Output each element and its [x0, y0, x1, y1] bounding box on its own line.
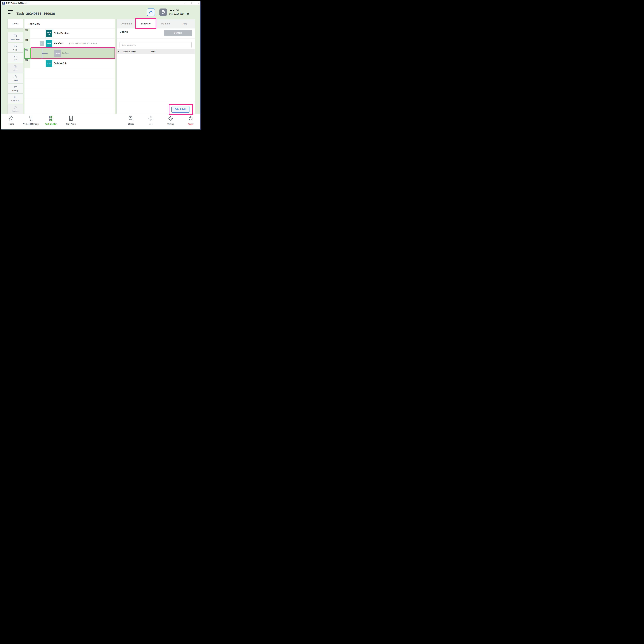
- tool-label: Multi-Select: [11, 38, 20, 40]
- row-label: EndMainSub: [54, 58, 66, 68]
- tool-row-down[interactable]: Row Down: [8, 94, 23, 104]
- edit-add-button[interactable]: Edit & Add: [171, 106, 189, 113]
- row-number: 002: [24, 48, 30, 58]
- paste-icon: [14, 65, 17, 69]
- nav-label: Status: [128, 123, 134, 125]
- app-window: D DART-Platform GV02110200 ✕ Task_202405…: [1, 1, 201, 130]
- tool-suppress: Suppress: [8, 104, 23, 114]
- nav-label: Setting: [167, 123, 174, 125]
- tab-variable[interactable]: Variable: [156, 19, 175, 28]
- column-value: Value: [150, 50, 155, 53]
- servo-timestamp: 2024.05.13 4:12:34 PM: [169, 13, 189, 15]
- tree-line-branch: [42, 53, 48, 54]
- tab-property[interactable]: Property: [136, 19, 156, 28]
- status-icon: [128, 115, 134, 122]
- multi-select-icon: [14, 34, 17, 38]
- row-label: Define: [62, 48, 69, 58]
- task-writer-icon: [68, 115, 74, 122]
- power-icon: [188, 115, 194, 122]
- nav-label: Task Writer: [66, 123, 76, 125]
- tab-command[interactable]: Command: [117, 19, 136, 28]
- property-panel: Command Property Variable Play Define Co…: [117, 19, 195, 114]
- tool-cut[interactable]: Cut: [8, 53, 23, 63]
- nav-workcell-manager[interactable]: Workcell Manager: [21, 115, 41, 125]
- tool-copy[interactable]: Copy: [8, 43, 23, 52]
- cut-icon: [14, 55, 17, 58]
- maximize-icon[interactable]: [191, 2, 193, 4]
- variable-table-header: # Variable Name Value: [117, 49, 195, 54]
- right-panel-tabs: Command Property Variable Play: [117, 19, 195, 28]
- nav-task-writer[interactable]: Task Writer: [61, 115, 81, 125]
- task-list-panel: Task List 000 Global Var. GlobalVariable…: [24, 19, 115, 114]
- nav-label: Home: [9, 123, 14, 125]
- tool-label: Paste: [13, 69, 17, 71]
- empty-task-row: [24, 78, 115, 88]
- app-logo-icon: D: [2, 2, 5, 5]
- tool-multi-select[interactable]: Multi-Select: [8, 32, 23, 42]
- tool-label: Copy: [13, 49, 17, 51]
- start-badge: Start: [46, 40, 52, 47]
- title-bar: D DART-Platform GV02110200 ✕: [1, 1, 200, 5]
- window-title: DART-Platform GV02110200: [6, 2, 27, 4]
- task-row-mainsub[interactable]: 001 Start MainSub ( Task Vel. 250.000, A…: [24, 39, 115, 49]
- home-icon: [8, 115, 14, 122]
- menu-hamburger-icon[interactable]: [8, 10, 13, 14]
- nav-task-builder[interactable]: Task Builder: [41, 115, 61, 125]
- divider: [117, 102, 195, 102]
- hand-gesture-icon: [160, 9, 166, 15]
- suppress-icon: [14, 106, 17, 110]
- row-up-icon: [14, 86, 17, 89]
- tools-title: Tools: [8, 19, 23, 28]
- delete-icon: [14, 75, 17, 79]
- tool-label: Row Up: [12, 90, 18, 92]
- tools-panel: Tools Multi-Select: [8, 19, 23, 114]
- nav-label: Workcell Manager: [23, 123, 39, 125]
- gripper-icon: [148, 9, 153, 15]
- servo-status: Servo Off: [169, 9, 179, 12]
- minimize-icon[interactable]: [185, 3, 187, 3]
- gear-icon: [168, 115, 174, 122]
- annotation-input[interactable]: [120, 42, 192, 48]
- row-down-icon: [14, 96, 17, 99]
- row-label: GlobalVariables: [54, 28, 69, 38]
- task-row-globalvariables[interactable]: 000 Global Var. GlobalVariables: [24, 28, 115, 39]
- close-icon[interactable]: ✕: [198, 2, 199, 4]
- nav-home[interactable]: Home: [2, 115, 21, 125]
- empty-task-row: [24, 68, 115, 78]
- tool-label: Row Down: [11, 100, 19, 102]
- app-header-background: Task_20240513_160036: [1, 5, 200, 114]
- row-number: 001: [24, 39, 30, 48]
- tool-paste: Paste: [8, 63, 23, 73]
- tool-label: Suppress: [12, 110, 19, 112]
- define-badge: Define: [54, 50, 61, 57]
- column-index: #: [118, 50, 119, 53]
- nav-status[interactable]: Status: [121, 115, 141, 125]
- tool-label: Cut: [14, 59, 16, 61]
- tab-play[interactable]: Play: [175, 19, 195, 28]
- nav-jog: Jog: [141, 115, 160, 125]
- gripper-button[interactable]: [147, 9, 155, 16]
- tool-delete[interactable]: Delete: [8, 73, 23, 83]
- collapse-row-button[interactable]: [40, 41, 44, 46]
- nav-power[interactable]: Power: [181, 115, 200, 125]
- row-number: 000: [24, 28, 30, 38]
- task-row-define-selected[interactable]: 002 Define Define: [24, 48, 115, 58]
- tool-label: Delete: [13, 79, 18, 81]
- page-title: Task_20240513_160036: [16, 12, 55, 16]
- empty-task-row: [24, 88, 115, 98]
- task-list-title: Task List: [24, 19, 115, 28]
- nav-label: Task Builder: [45, 123, 57, 125]
- nav-setting[interactable]: Setting: [161, 115, 180, 125]
- workcell-manager-icon: [28, 115, 34, 122]
- row-number: 003: [24, 58, 30, 68]
- confirm-button[interactable]: Confirm: [164, 30, 192, 36]
- manual-mode-button[interactable]: [159, 9, 167, 16]
- tool-row-up[interactable]: Row Up: [8, 84, 23, 93]
- end-badge: End: [46, 60, 52, 67]
- global-var-badge: Global Var.: [46, 30, 52, 37]
- chevron-down-icon: [41, 42, 43, 45]
- column-variable-name: Variable Name: [123, 50, 136, 53]
- task-row-endmainsub[interactable]: 003 End EndMainSub: [24, 58, 115, 69]
- nav-label: Jog: [149, 123, 153, 125]
- row-label: MainSub: [54, 39, 63, 48]
